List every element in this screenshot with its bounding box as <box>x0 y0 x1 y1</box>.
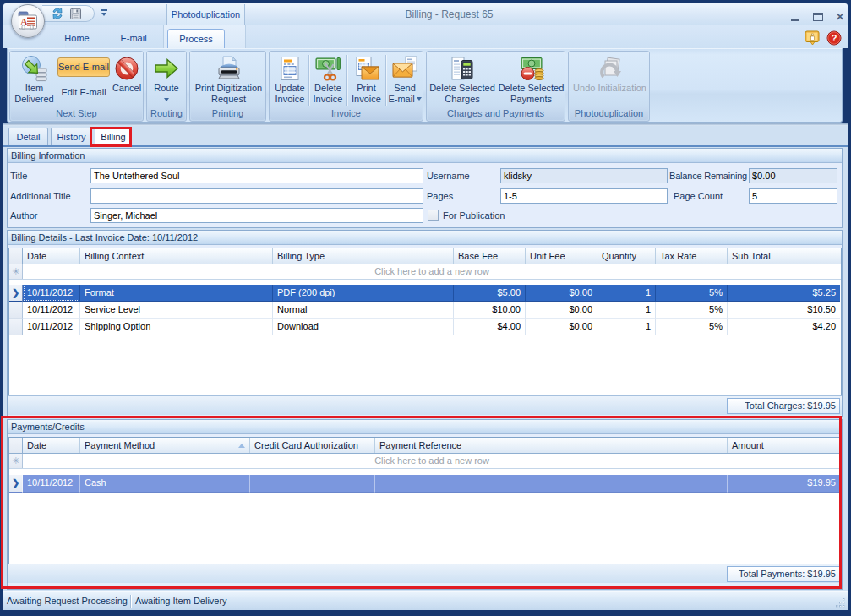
for-publication-checkbox[interactable] <box>428 210 439 221</box>
cell-sub-total[interactable]: $4.20 <box>728 319 840 335</box>
balance-remaining-input[interactable] <box>749 168 837 183</box>
cell-base-fee[interactable]: $4.00 <box>454 319 526 335</box>
undo-initialization-button[interactable]: Undo Initialization <box>570 52 649 108</box>
ribbon-tab-process[interactable]: Process <box>167 29 225 48</box>
page-count-input[interactable] <box>749 188 837 204</box>
cell-base-fee[interactable]: $10.00 <box>454 302 526 319</box>
cell-tax-rate[interactable]: 5% <box>656 319 728 335</box>
save-icon[interactable] <box>69 8 82 20</box>
billing-details-row-3[interactable]: 10/11/2012 Shipping Option Download $4.0… <box>9 319 841 335</box>
print-digitization-request-button[interactable]: Print Digitization Request <box>192 52 265 108</box>
minimize-button[interactable] <box>788 12 802 23</box>
resize-grip[interactable] <box>834 597 846 608</box>
payments-new-row[interactable]: ✳ Click here to add a new row <box>9 454 841 469</box>
title-input[interactable] <box>90 168 423 183</box>
refresh-icon[interactable] <box>51 7 64 20</box>
balance-remaining-label: Balance Remaining <box>669 168 747 183</box>
cell-billing-context[interactable]: Service Level <box>80 302 273 319</box>
page-count-label: Page Count <box>674 188 723 204</box>
column-header-date[interactable]: Date <box>23 438 80 453</box>
qat-customize-dropdown[interactable] <box>100 8 110 19</box>
send-email-invoice-button[interactable]: Send E-mail <box>387 52 423 108</box>
cell-billing-type[interactable]: Normal <box>273 302 454 319</box>
billing-details-footer: Total Charges: $19.95 <box>8 395 842 415</box>
print-invoice-icon <box>353 55 380 82</box>
print-invoice-button[interactable]: Print Invoice <box>348 52 385 108</box>
cell-date[interactable]: 10/11/2012 <box>23 475 80 493</box>
delete-selected-payments-label-2: Payments <box>499 94 565 105</box>
column-header-date[interactable]: Date <box>23 248 80 264</box>
update-invoice-button[interactable]: Update Invoice <box>271 52 308 108</box>
ribbon-tab-email[interactable]: E-mail <box>108 29 159 48</box>
delete-selected-charges-label-1: Delete Selected <box>429 83 495 94</box>
cell-payment-reference[interactable] <box>375 475 728 493</box>
payments-row-1[interactable]: ❯ 10/11/2012 Cash $19.95 <box>9 475 841 493</box>
column-header-amount[interactable]: Amount <box>728 438 840 453</box>
column-header-payment-reference[interactable]: Payment Reference <box>375 438 728 453</box>
billing-details-header-row: Date Billing Context Billing Type Base F… <box>9 248 841 264</box>
cell-amount[interactable]: $19.95 <box>728 475 840 493</box>
page-tab-billing[interactable]: Billing <box>95 128 132 147</box>
maximize-button[interactable] <box>811 12 825 23</box>
current-row-indicator-icon: ❯ <box>9 285 23 302</box>
column-header-billing-context[interactable]: Billing Context <box>80 248 273 264</box>
column-header-tax-rate[interactable]: Tax Rate <box>656 248 728 264</box>
ribbon-tab-home[interactable]: Home <box>52 29 101 48</box>
billing-details-new-row[interactable]: ✳ Click here to add a new row <box>9 264 841 280</box>
pages-input[interactable] <box>500 188 668 204</box>
cell-billing-context[interactable]: Format <box>80 285 273 302</box>
cell-unit-fee[interactable]: $0.00 <box>526 285 597 302</box>
delete-invoice-button[interactable]: Delete Invoice <box>310 52 346 108</box>
author-input[interactable] <box>90 208 423 223</box>
cell-sub-total[interactable]: $5.25 <box>728 285 840 302</box>
cell-credit-card-authorization[interactable] <box>250 475 375 493</box>
billing-details-row-2[interactable]: 10/11/2012 Service Level Normal $10.00 $… <box>9 302 841 319</box>
delete-selected-payments-button[interactable]: Delete Selected Payments <box>498 52 565 108</box>
cell-base-fee[interactable]: $5.00 <box>454 285 526 302</box>
cell-date[interactable]: 10/11/2012 <box>23 285 80 302</box>
delete-selected-charges-button[interactable]: Delete Selected Charges <box>428 52 496 108</box>
billing-details-new-row-text[interactable]: Click here to add a new row <box>23 264 841 279</box>
column-header-payment-method[interactable]: Payment Method <box>80 438 250 453</box>
cell-quantity[interactable]: 1 <box>597 302 656 319</box>
cell-billing-type[interactable]: Download <box>273 319 454 335</box>
cell-unit-fee[interactable]: $0.00 <box>526 319 597 335</box>
cell-billing-type[interactable]: PDF (200 dpi) <box>273 285 454 302</box>
close-button[interactable]: ✕ <box>833 12 847 23</box>
column-header-billing-type[interactable]: Billing Type <box>273 248 454 264</box>
page-tab-detail[interactable]: Detail <box>8 128 48 145</box>
edit-email-button[interactable]: Edit E-mail <box>61 87 106 98</box>
billing-details-row-1[interactable]: ❯ 10/11/2012 Format PDF (200 dpi) $5.00 … <box>9 285 841 302</box>
cell-unit-fee[interactable]: $0.00 <box>526 302 597 319</box>
payments-new-row-text[interactable]: Click here to add a new row <box>23 454 841 468</box>
group-label-charges-payments: Charges and Payments <box>428 107 564 120</box>
additional-title-input[interactable] <box>90 188 423 204</box>
delete-invoice-label-2: Invoice <box>314 94 343 105</box>
item-delivered-button[interactable]: Item Delivered <box>11 52 57 108</box>
username-input[interactable] <box>500 168 668 183</box>
application-menu-button[interactable]: A <box>11 4 45 38</box>
column-header-unit-fee[interactable]: Unit Fee <box>526 248 597 264</box>
column-header-base-fee[interactable]: Base Fee <box>454 248 526 264</box>
column-header-sub-total[interactable]: Sub Total <box>728 248 840 264</box>
cancel-button[interactable]: Cancel <box>110 52 144 108</box>
cell-tax-rate[interactable]: 5% <box>656 302 728 319</box>
cell-billing-context[interactable]: Shipping Option <box>80 319 273 335</box>
cell-date[interactable]: 10/11/2012 <box>23 302 80 319</box>
group-label-printing: Printing <box>191 107 265 120</box>
notes-icon[interactable] <box>805 30 821 46</box>
column-header-quantity[interactable]: Quantity <box>597 248 656 264</box>
send-email-button[interactable]: Send E-mail <box>57 57 110 77</box>
ribbon-group-next-step: Item Delivered Send E-mail Edit E-mail <box>9 51 144 122</box>
cell-quantity[interactable]: 1 <box>597 285 656 302</box>
cell-payment-method[interactable]: Cash <box>80 475 250 493</box>
cell-tax-rate[interactable]: 5% <box>656 285 728 302</box>
additional-title-label: Additional Title <box>10 188 71 204</box>
route-button[interactable]: Route <box>148 52 185 108</box>
page-tab-history[interactable]: History <box>51 128 92 145</box>
column-header-credit-card-authorization[interactable]: Credit Card Authorization <box>250 438 375 453</box>
cell-date[interactable]: 10/11/2012 <box>23 319 80 335</box>
cell-quantity[interactable]: 1 <box>597 319 656 335</box>
help-icon[interactable]: ? <box>826 30 842 46</box>
cell-sub-total[interactable]: $10.50 <box>728 302 840 319</box>
